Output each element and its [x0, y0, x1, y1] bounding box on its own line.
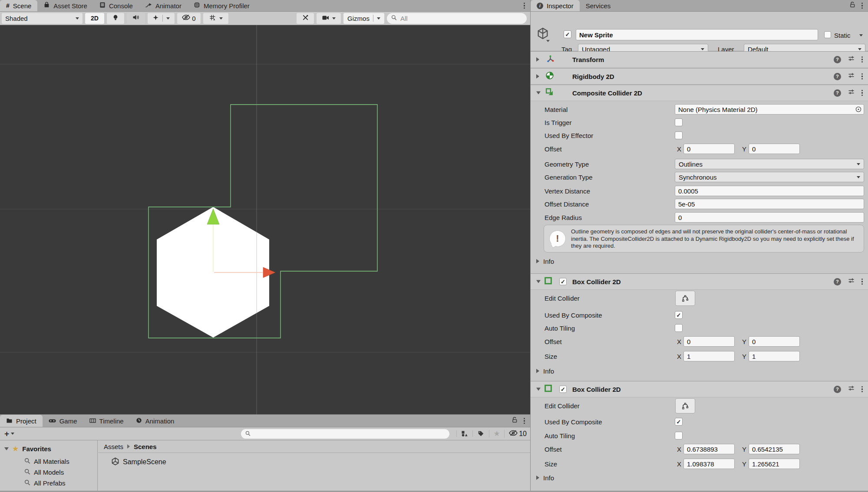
component-header-composite-collider[interactable]: Composite Collider 2D ?: [531, 85, 868, 101]
search-by-type-button[interactable]: [456, 430, 472, 437]
size-x-field[interactable]: 1: [683, 351, 735, 361]
static-checkbox[interactable]: [824, 31, 831, 38]
component-enabled-checkbox[interactable]: ✓: [559, 278, 567, 285]
breadcrumb-current[interactable]: Scenes: [134, 443, 157, 450]
foldout-closed-icon[interactable]: [536, 74, 539, 79]
breadcrumb-root[interactable]: Assets: [104, 443, 123, 450]
component-header-box-collider-2[interactable]: ✓ Box Collider 2D ?: [531, 381, 868, 397]
offset-x-field[interactable]: 0: [683, 144, 735, 154]
tab-animation[interactable]: Animation: [130, 415, 181, 427]
box2-info-foldout[interactable]: Info: [536, 472, 554, 483]
scene-viewport[interactable]: [0, 25, 530, 414]
help-icon[interactable]: ?: [834, 56, 841, 63]
presets-icon[interactable]: [848, 55, 855, 64]
tools-settings-button[interactable]: [297, 13, 314, 24]
tab-animator[interactable]: Animator: [139, 0, 188, 11]
grid-visibility-dropdown[interactable]: [203, 13, 228, 24]
generation-type-dropdown[interactable]: Synchronous: [675, 172, 864, 182]
offset-y-field[interactable]: 0: [749, 336, 800, 347]
help-icon[interactable]: ?: [834, 278, 841, 285]
gameobject-icon-caret[interactable]: [546, 40, 550, 42]
foldout-open-icon[interactable]: [4, 447, 9, 450]
camera-dropdown-button[interactable]: [317, 13, 341, 24]
hidden-objects-button[interactable]: 0: [177, 13, 201, 24]
offset-y-field[interactable]: 0.6542135: [749, 444, 800, 454]
used-by-effector-checkbox[interactable]: [675, 131, 683, 139]
edge-radius-field[interactable]: 0: [675, 212, 864, 223]
help-icon[interactable]: ?: [834, 73, 841, 80]
static-caret[interactable]: [859, 34, 863, 36]
presets-icon[interactable]: [848, 72, 855, 81]
geometry-type-dropdown[interactable]: Outlines: [675, 159, 864, 169]
scene-pane-menu-icon[interactable]: [524, 3, 525, 9]
tab-scene[interactable]: # Scene: [0, 0, 37, 11]
project-search-input[interactable]: [241, 429, 449, 439]
audio-toggle-button[interactable]: [127, 13, 145, 24]
lock-icon[interactable]: [512, 417, 518, 425]
size-y-field[interactable]: 1: [749, 351, 800, 361]
component-menu-icon[interactable]: [861, 73, 863, 80]
search-by-label-button[interactable]: [472, 430, 489, 437]
component-menu-icon[interactable]: [861, 279, 863, 285]
object-picker-icon[interactable]: [855, 106, 862, 114]
foldout-open-icon[interactable]: [536, 388, 541, 391]
tab-timeline[interactable]: Timeline: [83, 415, 130, 427]
offset-x-field[interactable]: 0.6738893: [683, 444, 735, 454]
auto-tiling-checkbox[interactable]: [675, 324, 683, 332]
asset-item-samplescene[interactable]: SampleScene: [111, 457, 166, 467]
size-x-field[interactable]: 1.098378: [683, 459, 735, 469]
help-icon[interactable]: ?: [834, 89, 841, 97]
offset-distance-field[interactable]: 5e-05: [675, 199, 864, 209]
lighting-toggle-button[interactable]: [107, 13, 124, 24]
component-header-box-collider-1[interactable]: ✓ Box Collider 2D ?: [531, 273, 868, 290]
component-menu-icon[interactable]: [861, 90, 863, 96]
favorites-folder[interactable]: ★ Favorites: [4, 445, 51, 453]
offset-x-field[interactable]: 0: [683, 336, 735, 347]
vertex-distance-field[interactable]: 0.0005: [675, 186, 864, 196]
tab-inspector[interactable]: i Inspector: [531, 0, 580, 11]
tree-item-all-prefabs[interactable]: All Prefabs: [24, 479, 66, 487]
lock-icon[interactable]: [849, 1, 855, 10]
tab-console[interactable]: Console: [93, 0, 139, 11]
gameobject-cube-icon[interactable]: [537, 27, 549, 41]
create-asset-button[interactable]: +: [0, 430, 19, 438]
offset-y-field[interactable]: 0: [749, 144, 800, 154]
presets-icon[interactable]: [848, 385, 855, 394]
gameobject-name-field[interactable]: New Sprite: [576, 29, 818, 40]
presets-icon[interactable]: [848, 277, 855, 286]
auto-tiling-checkbox[interactable]: [675, 432, 683, 440]
edit-collider-button[interactable]: [675, 398, 695, 413]
size-y-field[interactable]: 1.265621: [749, 459, 800, 469]
component-menu-icon[interactable]: [861, 56, 863, 63]
2d-toggle-button[interactable]: 2D: [85, 13, 104, 24]
material-object-field[interactable]: None (Physics Material 2D): [675, 104, 864, 115]
foldout-closed-icon[interactable]: [536, 57, 539, 62]
presets-icon[interactable]: [848, 89, 855, 97]
inspector-menu-icon[interactable]: [861, 3, 863, 9]
gameobject-active-checkbox[interactable]: ✓: [564, 30, 571, 38]
component-menu-icon[interactable]: [861, 386, 863, 393]
tab-project[interactable]: Project: [0, 415, 43, 427]
tab-memory-profiler[interactable]: Memory Profiler: [188, 0, 256, 11]
scene-search-input[interactable]: All: [387, 13, 527, 24]
foldout-open-icon[interactable]: [536, 92, 541, 95]
used-by-composite-checkbox[interactable]: ✓: [675, 418, 683, 426]
effects-dropdown-button[interactable]: [148, 13, 175, 24]
composite-info-foldout[interactable]: Info: [536, 256, 554, 267]
tab-game[interactable]: Game: [43, 415, 83, 427]
project-pane-menu-icon[interactable]: [524, 418, 525, 424]
is-trigger-checkbox[interactable]: [675, 118, 683, 126]
component-enabled-checkbox[interactable]: ✓: [559, 386, 567, 393]
tree-item-all-models[interactable]: All Models: [24, 469, 64, 476]
tab-services[interactable]: Services: [580, 0, 617, 11]
component-header-rigidbody[interactable]: Rigidbody 2D ?: [531, 68, 868, 85]
gizmos-dropdown[interactable]: Gizmos: [343, 13, 384, 24]
edit-collider-button[interactable]: [675, 291, 695, 306]
draw-mode-dropdown[interactable]: Shaded: [2, 13, 83, 24]
foldout-open-icon[interactable]: [536, 280, 541, 283]
tree-item-all-materials[interactable]: All Materials: [24, 458, 69, 465]
help-icon[interactable]: ?: [834, 386, 841, 393]
tab-asset-store[interactable]: Asset Store: [37, 0, 93, 11]
favorites-search-button[interactable]: ★: [489, 430, 504, 437]
used-by-composite-checkbox[interactable]: ✓: [675, 311, 683, 319]
